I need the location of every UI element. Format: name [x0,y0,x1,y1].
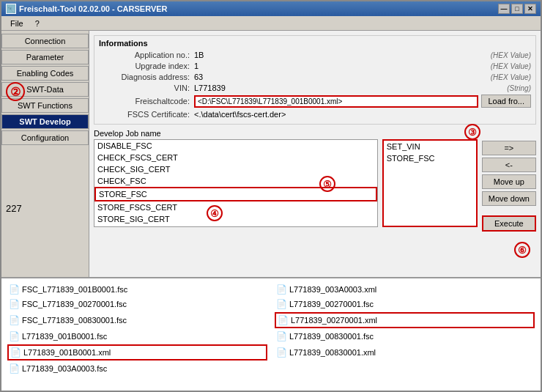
arrow-left-button[interactable]: <- [482,158,536,172]
file-00830001-fsc[interactable]: 📄 L771839_00830001.fsc [275,330,535,343]
upgrade-row: Upgrade index: 1 (HEX Value) [99,62,531,70]
action-buttons: => <- Move up Move down Execute [482,129,536,232]
load-button[interactable]: Load fro... [481,95,531,108]
file-name: FSC_L771839_00270001.fsc [22,300,127,308]
file-name: L771839_001B0001.xml [23,348,111,357]
file-fsc-00270001[interactable]: 📄 FSC_L771839_00270001.fsc [7,297,267,311]
menu-help[interactable]: ? [29,18,45,29]
file-name: L771839_00830001.xml [289,348,376,357]
fscs-label: FSCS Certificate: [99,110,194,119]
sidebar-item-parameter[interactable]: Parameter [1,50,89,64]
file-name: L771839_001B0001.fsc [22,332,107,341]
file-name: L771839_00270001.xml [291,316,377,325]
app-icon: 🔧 [6,4,16,14]
job-store-sig-cert[interactable]: STORE_SIG_CERT [94,213,377,225]
execute-button[interactable]: Execute [482,215,536,232]
sidebar-item-configuration[interactable]: Configuration [1,130,89,145]
minimize-button[interactable]: — [498,4,510,14]
fsc-input[interactable] [194,95,478,108]
file-icon: 📄 [276,299,287,309]
file-00830001-xml[interactable]: 📄 L771839_00830001.xml [275,344,535,360]
info-section: Informations Application no.: 1B (HEX Va… [94,35,536,125]
file-browser: 📄 FSC_L771839_001B0001.fsc 📄 L771839_003… [1,277,541,391]
annotation-2: ② [6,82,25,101]
arrow-right-button[interactable]: => [482,141,536,155]
job-list-label: Develop Job name [94,129,378,138]
sidebar-item-enabling-codes[interactable]: Enabling Codes [1,66,89,81]
selected-set-vin[interactable]: SET_VIN [384,141,476,152]
menu-file[interactable]: File [4,18,29,29]
file-00270001-fsc[interactable]: 📄 L771839_00270001.fsc [275,297,535,311]
move-up-button[interactable]: Move up [482,174,536,189]
job-check-sig-cert[interactable]: CHECK_SIG_CERT [94,163,377,175]
selected-jobs-container: SET_VIN STORE_FSC [382,129,478,232]
job-store-fscs-cert[interactable]: STORE_FSCS_CERT [94,201,377,213]
fscs-value: <.\data\cert\fscs-cert.der> [194,110,531,119]
file-name: FSC_L771839_001B0001.fsc [22,285,127,294]
annotation-6: ⑥ [514,242,530,258]
annotation-4: ④ [207,205,223,221]
vin-row: VIN: L771839 (String) [99,84,531,92]
file-name: L771839_00830001.fsc [289,332,374,341]
file-icon: 📄 [9,284,20,295]
annotation-3: ③ [464,124,480,140]
file-001b0001-fsc[interactable]: 📄 L771839_001B0001.fsc [7,330,267,343]
file-003a0003-fsc[interactable]: 📄 L771839_003A0003.fsc [7,362,267,375]
file-name: L771839_003A0003.xml [289,285,376,294]
vin-hint: (String) [507,84,531,92]
maximize-button[interactable]: □ [511,4,523,14]
selected-store-fsc[interactable]: STORE_FSC [384,152,476,164]
file-icon: 📄 [276,331,287,341]
file-name: L771839_003A0003.fsc [22,364,107,373]
app-no-row: Application no.: 1B (HEX Value) [99,51,531,59]
sidebar-item-swt-develop[interactable]: SWT Develop [1,114,89,129]
app-no-label: Application no.: [99,51,194,59]
sidebar-item-connection[interactable]: Connection [1,34,89,48]
file-icon: 📄 [10,347,21,358]
diag-label: Diagnosis address: [99,73,194,81]
fscs-row: FSCS Certificate: <.\data\cert\fscs-cert… [99,110,531,119]
file-grid: 📄 FSC_L771839_001B0001.fsc 📄 L771839_003… [7,283,535,375]
job-disable-fsc[interactable]: DISABLE_FSC [94,140,377,152]
diag-value: 63 [194,73,485,81]
file-001b0001-xml[interactable]: 📄 L771839_001B0001.xml [7,344,267,360]
diag-row: Diagnosis address: 63 (HEX Value) [99,73,531,81]
file-icon: 📄 [9,363,20,374]
job-check-fscs-cert[interactable]: CHECK_FSCS_CERT [94,152,377,163]
close-button[interactable]: ✕ [524,4,536,14]
vin-label: VIN: [99,84,194,92]
file-icon: 📄 [9,315,20,325]
app-no-hint: (HEX Value) [491,51,531,59]
file-icon: 📄 [276,347,287,358]
file-icon: 📄 [9,299,20,309]
diag-hint: (HEX Value) [491,73,531,81]
menu-bar: File ? [1,16,541,31]
upgrade-hint: (HEX Value) [491,62,531,70]
info-title: Informations [99,39,531,48]
fsc-row: Freischaltcode: Load fro... [99,95,531,108]
sidebar: Connection Parameter Enabling Codes SWT-… [1,31,89,280]
side-number: 227 [6,203,22,214]
file-fsc-001b0001[interactable]: 📄 FSC_L771839_001B0001.fsc [7,283,267,296]
file-name: L771839_00270001.fsc [289,300,374,308]
file-name: FSC_L771839_00830001.fsc [22,316,127,325]
annotation-5: ⑤ [319,176,335,192]
file-003a0003-xml[interactable]: 📄 L771839_003A0003.xml [275,283,535,296]
move-down-button[interactable]: Move down [482,191,536,206]
file-icon: 📄 [278,315,289,325]
selected-list[interactable]: SET_VIN STORE_FSC [382,139,478,227]
main-layout: Connection Parameter Enabling Codes SWT-… [1,31,541,280]
file-00270001-xml[interactable]: 📄 L771839_00270001.xml [275,312,535,328]
file-fsc-00830001[interactable]: 📄 FSC_L771839_00830001.fsc [7,312,267,328]
job-set-vin[interactable]: SET_VIN [94,226,377,227]
window-title: Freischalt-Tool 02.02.00 - CARSERVER [19,4,168,13]
develop-section: Develop Job name DISABLE_FSC CHECK_FSCS_… [94,129,536,232]
selected-jobs-spacer [382,129,478,138]
job-list-container: Develop Job name DISABLE_FSC CHECK_FSCS_… [94,129,378,232]
upgrade-label: Upgrade index: [99,62,194,70]
job-store-fsc[interactable]: STORE_FSC [94,187,377,201]
upgrade-value: 1 [194,62,485,70]
content-panel: Informations Application no.: 1B (HEX Va… [89,31,541,280]
file-icon: 📄 [276,284,287,295]
app-no-value: 1B [194,51,485,59]
